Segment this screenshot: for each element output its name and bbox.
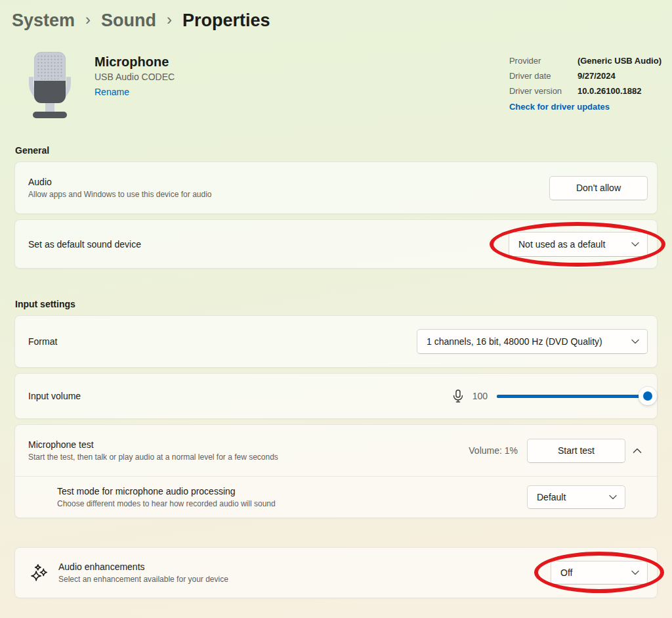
audio-access-card: Audio Allow apps and Windows to use this… [14,162,658,214]
device-name: Microphone [94,55,175,70]
breadcrumb-item-sound[interactable]: Sound [101,11,156,31]
chevron-down-icon [631,570,639,575]
default-device-title: Set as default sound device [28,239,141,250]
collapse-expander[interactable] [627,440,648,461]
chevron-down-icon [631,242,639,247]
input-volume-card: Input volume 100 [14,373,658,419]
sound-properties-page: System › Sound › Properties Microphone U… [0,0,672,598]
format-dropdown[interactable]: 1 channels, 16 bit, 48000 Hz (DVD Qualit… [417,329,648,354]
section-title-input-settings: Input settings [15,299,672,309]
device-subtitle: USB Audio CODEC [94,72,175,82]
input-volume-slider-thumb[interactable] [639,387,657,405]
test-mode-description: Choose different modes to hear how recor… [57,499,276,508]
test-mode-dropdown-value: Default [537,492,566,502]
audio-enhancements-card: Audio enhancements Select an enhancement… [14,547,658,598]
audio-enhancements-description: Select an enhancement available for your… [58,575,228,584]
microphone-device-icon [29,52,71,119]
breadcrumb-chevron-icon: › [85,11,91,29]
driver-provider-label: Provider [509,56,578,66]
check-driver-updates-link[interactable]: Check for driver updates [509,102,610,112]
section-title-general: General [15,145,672,156]
test-mode-title: Test mode for microphone audio processin… [57,486,276,497]
driver-version-label: Driver version [509,86,578,96]
format-title: Format [28,336,57,347]
test-volume-label: Volume: 1% [469,445,518,456]
driver-provider-value: (Generic USB Audio) [578,56,662,66]
format-card: Format 1 channels, 16 bit, 48000 Hz (DVD… [14,315,658,368]
microphone-icon [450,388,466,404]
microphone-test-card: Microphone test Start the test, then tal… [14,424,658,518]
chevron-up-icon [633,448,642,454]
sparkles-icon [31,564,48,581]
microphone-test-title: Microphone test [28,439,278,450]
start-test-button[interactable]: Start test [527,439,625,463]
breadcrumb-chevron-icon: › [167,11,172,29]
driver-date-label: Driver date [509,71,578,81]
audio-enhancements-dropdown[interactable]: Off [551,561,648,585]
breadcrumb-item-system[interactable]: System [12,11,75,31]
input-volume-slider-fill [497,395,648,398]
default-device-dropdown-value: Not used as a default [518,239,605,250]
chevron-down-icon [609,495,617,500]
breadcrumb: System › Sound › Properties [0,0,672,31]
input-volume-title: Input volume [28,391,81,401]
input-volume-value: 100 [472,391,488,401]
audio-enhancements-dropdown-value: Off [560,567,572,578]
default-device-card: Set as default sound device Not used as … [14,219,658,269]
driver-version-value: 10.0.26100.1882 [578,86,662,96]
default-device-dropdown[interactable]: Not used as a default [509,232,648,257]
rename-link[interactable]: Rename [94,87,129,97]
device-header: Microphone USB Audio CODEC Rename Provid… [29,52,662,119]
audio-access-title: Audio [28,177,212,187]
breadcrumb-item-properties: Properties [182,11,270,31]
dont-allow-button[interactable]: Don't allow [549,176,648,200]
format-dropdown-value: 1 channels, 16 bit, 48000 Hz (DVD Qualit… [427,336,602,347]
chevron-down-icon [631,339,639,344]
test-mode-dropdown[interactable]: Default [527,485,625,509]
driver-date-value: 9/27/2024 [578,71,662,81]
driver-info: Provider (Generic USB Audio) Driver date… [509,52,662,119]
input-volume-slider[interactable] [497,387,648,405]
audio-enhancements-title: Audio enhancements [58,562,228,572]
audio-access-description: Allow apps and Windows to use this devic… [28,190,212,199]
microphone-test-description: Start the test, then talk or play audio … [28,452,278,462]
